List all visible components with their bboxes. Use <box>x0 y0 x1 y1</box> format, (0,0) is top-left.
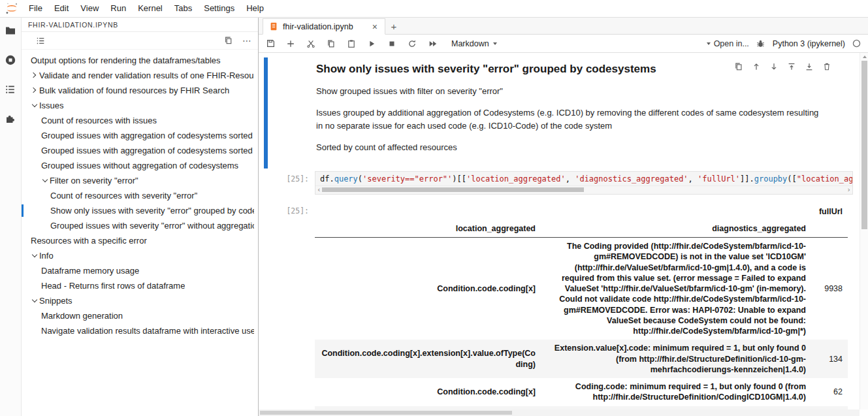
toc-toolbar: ⋯ <box>22 32 258 50</box>
menu-tabs[interactable]: Tabs <box>169 0 198 17</box>
toc-item[interactable]: Validate and render validation results o… <box>22 68 258 83</box>
dataframe-table: fullUrl location_aggregated diagnostics_… <box>315 203 848 409</box>
input-prompt: [25]: <box>268 171 315 195</box>
toc-item[interactable]: Markdown generation <box>22 308 258 323</box>
output-prompt: [25]: <box>268 203 315 409</box>
toc-item[interactable]: Bulk validation of found resources by FH… <box>22 83 258 98</box>
scrollbar-thumb[interactable] <box>260 411 512 415</box>
toc-item[interactable]: Output options for rendering the datafra… <box>22 53 258 68</box>
toc-item-selected[interactable]: Show only issues with severity "error" g… <box>22 203 258 218</box>
menu-view[interactable]: View <box>74 0 104 17</box>
toc-item[interactable]: Grouped issues with severity "error" wit… <box>22 218 258 233</box>
toc-item[interactable]: Count of resources with severity "error" <box>22 188 258 203</box>
menu-run[interactable]: Run <box>104 0 132 17</box>
code-line[interactable]: df.query('severity=="error"')[['location… <box>315 172 852 185</box>
toc-item[interactable]: Head - Returns first rows of dataframe <box>22 278 258 293</box>
toc-panel-title: FHIR-VALIDATION.IPYNB <box>22 18 258 32</box>
extensions-icon[interactable] <box>5 113 16 125</box>
toc-item[interactable]: Info <box>22 248 258 263</box>
kernel-status-icon <box>852 39 861 48</box>
code-input-area[interactable]: df.query('severity=="error"')[['location… <box>315 171 853 195</box>
insert-cell-above-icon[interactable] <box>786 61 797 72</box>
cut-icon[interactable] <box>306 39 316 49</box>
tab-bar: fhir-validation.ipynb × + <box>259 18 868 35</box>
toc-item[interactable]: Count of resources with issues <box>22 113 258 128</box>
scrollbar-thumb[interactable] <box>861 61 867 229</box>
toc-item[interactable]: Grouped issues with aggregation of codes… <box>22 143 258 158</box>
interrupt-kernel-icon[interactable] <box>387 39 397 49</box>
menu-file[interactable]: File <box>23 0 48 17</box>
table-index-row: location_aggregated diagnostics_aggregat… <box>315 220 848 238</box>
toc-item[interactable]: Snippets <box>22 293 258 308</box>
chevron-down-icon[interactable] <box>31 296 39 305</box>
debugger-icon[interactable] <box>756 39 766 49</box>
table-row: Condition.code.coding[x] The Coding prov… <box>315 238 848 340</box>
horizontal-scrollbar[interactable] <box>259 409 860 416</box>
scroll-right-icon[interactable]: › <box>846 186 852 193</box>
more-options-icon[interactable]: ⋯ <box>242 35 252 46</box>
chevron-down-icon <box>707 42 711 45</box>
toc-item[interactable]: Issues <box>22 98 258 113</box>
collapse-all-icon[interactable] <box>223 35 234 46</box>
cell-type-dropdown[interactable]: Markdown <box>451 39 497 48</box>
delete-cell-icon[interactable] <box>822 61 832 72</box>
chevron-down-icon[interactable] <box>31 101 39 110</box>
chevron-down-icon[interactable] <box>31 251 39 260</box>
numbered-list-icon[interactable] <box>35 35 46 46</box>
scroll-up-icon[interactable] <box>863 56 867 58</box>
file-browser-icon[interactable] <box>5 25 16 37</box>
table-row: Condition.code.coding[x] Coding.code: mi… <box>315 378 848 406</box>
toc-item[interactable]: Dataframe memory usage <box>22 263 258 278</box>
activity-bar <box>0 18 22 416</box>
open-in-dropdown[interactable]: Open in... <box>707 39 749 48</box>
toc-panel: FHIR-VALIDATION.IPYNB ⋯ Output options f… <box>22 18 259 416</box>
menu-bar: File Edit View Run Kernel Tabs Settings … <box>0 0 868 18</box>
toc-tree: Output options for rendering the datafra… <box>22 50 258 338</box>
column-header-fullurl: fullUrl <box>811 203 848 220</box>
menu-settings[interactable]: Settings <box>198 0 240 17</box>
toc-item[interactable]: Resources with a specific error <box>22 233 258 248</box>
toc-item[interactable]: Grouped issues with aggregation of codes… <box>22 128 258 143</box>
close-tab-icon[interactable]: × <box>371 22 379 31</box>
table-row: Condition.code.coding[x].extension[x].va… <box>315 340 848 378</box>
run-icon[interactable] <box>366 39 377 49</box>
menu-help[interactable]: Help <box>240 0 270 17</box>
markdown-rendered: Show only issues with severity "error" g… <box>315 57 826 168</box>
kernel-name[interactable]: Python 3 (ipykernel) <box>773 39 845 48</box>
toc-item[interactable]: Filter on severity "error" <box>22 173 258 188</box>
duplicate-cell-icon[interactable] <box>733 61 744 72</box>
code-cell[interactable]: [25]: df.query('severity=="error"')[['lo… <box>264 171 860 195</box>
insert-cell-below-icon[interactable] <box>804 61 814 72</box>
notebook-file-icon <box>269 22 278 31</box>
move-cell-down-icon[interactable] <box>769 61 779 72</box>
move-cell-up-icon[interactable] <box>751 61 762 72</box>
save-icon[interactable] <box>265 39 276 49</box>
restart-kernel-icon[interactable] <box>407 39 417 49</box>
menu-edit[interactable]: Edit <box>48 0 74 17</box>
markdown-paragraph: Show grouped issues with filter on sever… <box>316 85 826 98</box>
cell-toolbar <box>733 61 832 72</box>
vertical-scrollbar[interactable] <box>860 53 868 409</box>
new-tab-button[interactable]: + <box>385 18 402 34</box>
running-kernels-icon[interactable] <box>5 54 16 66</box>
chevron-right-icon[interactable] <box>31 71 39 80</box>
chevron-down-icon[interactable] <box>41 176 50 185</box>
menu-kernel[interactable]: Kernel <box>132 0 169 17</box>
index-header-location: location_aggregated <box>315 220 541 238</box>
output-cell: [25]: fullUrl location_aggregated <box>264 203 860 409</box>
copy-icon[interactable] <box>326 39 336 49</box>
horizontal-scrollbar[interactable]: ‹ › <box>315 185 852 194</box>
chevron-down-icon <box>493 42 497 45</box>
scrollbar-thumb[interactable] <box>322 187 584 192</box>
scroll-left-icon[interactable]: ‹ <box>315 186 322 193</box>
table-of-contents-icon[interactable] <box>5 84 16 95</box>
tab-fhir-validation[interactable]: fhir-validation.ipynb × <box>263 18 385 35</box>
paste-icon[interactable] <box>346 39 357 49</box>
chevron-right-icon[interactable] <box>31 86 39 95</box>
markdown-cell[interactable]: Show only issues with severity "error" g… <box>264 57 860 168</box>
restart-run-all-icon[interactable] <box>427 39 438 49</box>
toc-item[interactable]: Navigate validation results dataframe wi… <box>22 323 258 338</box>
insert-cell-icon[interactable] <box>285 39 296 49</box>
toc-item[interactable]: Grouped issues without aggregation of co… <box>22 158 258 173</box>
main-area: fhir-validation.ipynb × + <box>259 18 868 416</box>
